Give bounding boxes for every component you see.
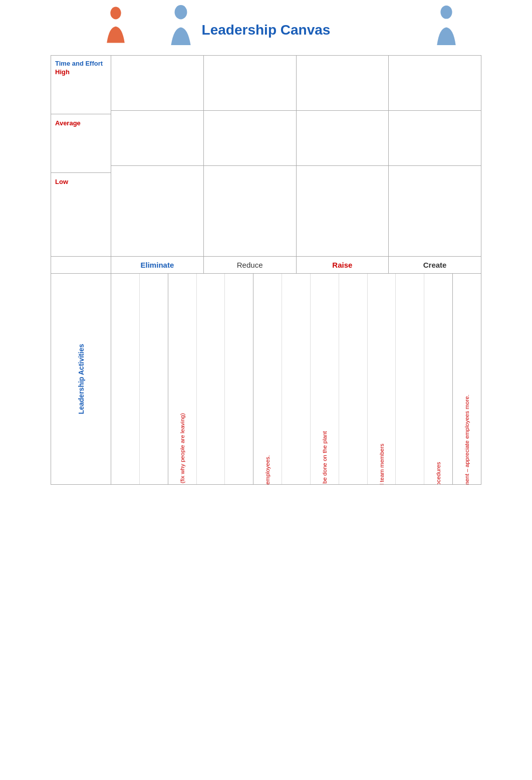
cell-high-raise — [297, 56, 389, 110]
activity-item-7: Working with maintenance — [293, 381, 299, 484]
items-content: Reviewing work permits Reviewing new hir… — [111, 274, 481, 484]
item-cell-5: Reduce wasting resources. — [225, 274, 253, 484]
svg-point-1 — [175, 5, 187, 19]
y-axis: Time and Effort High Average Low — [51, 56, 111, 256]
item-cell-2: Reviewing new hire drawling's — [140, 274, 168, 484]
item-cell-4: Interviewing for new employees — [197, 274, 225, 484]
item-cell-10: Meetings with plant managers and team me… — [368, 274, 396, 484]
silhouette-center-icon — [166, 5, 196, 45]
svg-point-2 — [440, 6, 452, 19]
cell-low-reduce — [204, 166, 297, 256]
activities-label: Leadership Activities — [77, 344, 85, 414]
item-cell-8: Contacting contractors for work to be do… — [311, 274, 339, 484]
col-header-spacer — [51, 257, 111, 273]
column-headers: Eliminate Reduce Raise Create — [51, 257, 481, 274]
silhouette-left-icon — [101, 5, 131, 45]
grid-content — [111, 56, 481, 256]
activities-label-area: Leadership Activities — [51, 274, 111, 484]
item-cell-11: Safety and job-related training — [396, 274, 424, 484]
y-axis-low-section: Low — [51, 173, 111, 256]
activity-item-5: Reduce wasting resources. — [236, 381, 242, 484]
cell-avg-reduce — [204, 111, 297, 165]
item-cell-7: Working with maintenance — [282, 274, 311, 484]
cell-avg-eliminate — [111, 111, 204, 165]
activity-item-13: Creating a better working environment – … — [464, 381, 470, 484]
y-level-low: Low — [55, 178, 107, 185]
cell-low-eliminate — [111, 166, 204, 256]
page-title: Leadership Canvas — [202, 22, 331, 38]
col-header-reduce: Reduce — [204, 257, 297, 273]
silhouette-right-icon — [431, 5, 461, 45]
item-cell-13: Creating a better working environment – … — [453, 274, 481, 484]
col-header-raise: Raise — [297, 257, 389, 273]
cell-low-raise — [297, 166, 389, 256]
activity-item-1: Reviewing work permits — [122, 381, 128, 484]
activity-item-4: Interviewing for new employees — [207, 381, 213, 484]
item-cell-1: Reviewing work permits — [111, 274, 140, 484]
cell-high-create — [389, 56, 481, 110]
cell-low-create — [389, 166, 481, 256]
y-level-high: High — [55, 68, 107, 76]
activity-item-9: Reviewing budgets — [350, 381, 356, 484]
y-axis-title: Time and Effort — [55, 60, 107, 67]
item-cell-3: Dealing with team issues/turnover (fix w… — [168, 274, 197, 484]
svg-point-0 — [110, 7, 121, 20]
cell-high-eliminate — [111, 56, 204, 110]
col-header-eliminate: Eliminate — [111, 257, 204, 273]
item-cell-9: Reviewing budgets — [339, 274, 368, 484]
header-area: Leadership Canvas — [51, 5, 481, 55]
grid-row-average — [111, 111, 481, 166]
activity-item-12: Reviewing Standard Operating Procedures — [435, 381, 441, 484]
item-cell-6: Be a better communicator with all employ… — [253, 274, 282, 484]
y-axis-high-section: Time and Effort High — [51, 56, 111, 114]
activity-item-6: Be a better communicator with all employ… — [264, 381, 271, 484]
cell-avg-raise — [297, 111, 389, 165]
y-axis-average-section: Average — [51, 114, 111, 173]
activity-item-3: Dealing with team issues/turnover (fix w… — [179, 381, 185, 484]
grid-row-low — [111, 166, 481, 256]
grid-row-high — [111, 56, 481, 111]
col-headers-content: Eliminate Reduce Raise Create — [111, 257, 481, 273]
main-grid: Time and Effort High Average Low — [51, 55, 481, 257]
activity-item-10: Meetings with plant managers and team me… — [379, 381, 385, 484]
cell-high-reduce — [204, 56, 297, 110]
activity-item-2: Reviewing new hire drawling's — [151, 381, 157, 484]
activity-item-8: Contacting contractors for work to be do… — [322, 381, 328, 484]
col-header-create: Create — [389, 257, 481, 273]
activity-item-11: Safety and job-related training — [407, 381, 413, 484]
y-level-average: Average — [55, 119, 107, 127]
item-cell-12: Reviewing Standard Operating Procedures — [424, 274, 453, 484]
activities-row: Leadership Activities Reviewing work per… — [51, 274, 481, 485]
cell-avg-create — [389, 111, 481, 165]
